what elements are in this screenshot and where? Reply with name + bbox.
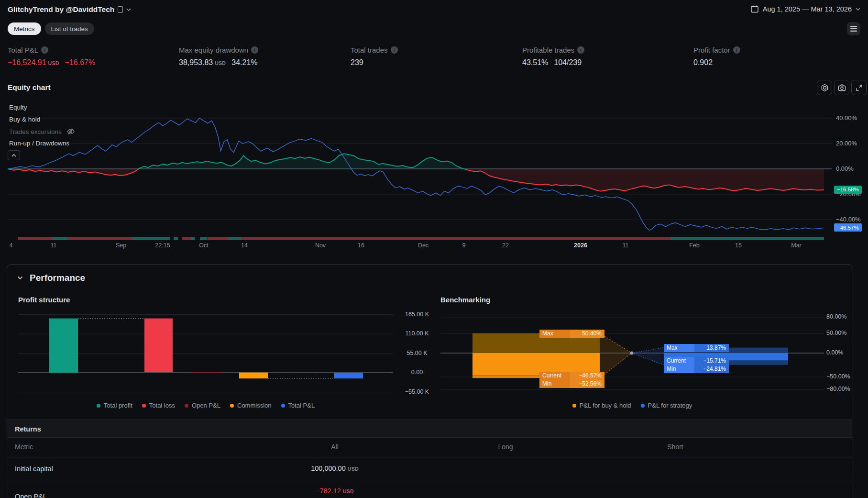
equity-chart-toolbar [817,80,867,95]
y-tick-label: 80.00% [826,313,860,320]
benchmark-badge-bh-current: Current−46.57% [539,372,604,380]
strategy-title-text: GlitchyTrend by @DaviddTech [8,5,114,14]
benchmarking-plot[interactable] [440,310,824,401]
trade-strip-segment [228,237,241,240]
profit-structure-title: Profit structure [18,296,70,304]
metric-total-pnl: Total P&Li −16,524.91USD−16.67% [8,46,170,67]
legend-dot [185,404,188,408]
profit-structure-plot[interactable] [18,310,396,401]
date-range-text: Aug 1, 2025 — Mar 13, 2026 [763,5,852,13]
info-icon[interactable]: i [391,46,398,54]
info-icon[interactable]: i [41,46,48,54]
column-header-short: Short [647,443,704,451]
y-tick-label: 0.00% [836,165,854,172]
benchmark-badge-bh-min: Min−52.56% [539,380,604,388]
legend-dot [97,404,100,408]
trade-strip-segment [182,237,191,240]
legend-dot [230,404,234,408]
y-tick-label: 165.00 K [398,311,436,318]
info-icon[interactable]: i [251,46,258,54]
row-all-value: −782.12 USD [282,487,387,495]
divider [7,437,852,438]
legend-item[interactable]: Total loss [142,402,175,409]
info-icon[interactable]: i [577,46,584,54]
calendar-icon [750,5,759,13]
row-metric-label: Open P&L [15,493,47,498]
row-all-value: 100,000.00 USD [282,465,387,472]
x-tick-label: 15 [725,242,752,249]
trade-strip-segment [53,237,67,240]
benchmarking-title: Benchmarking [440,296,490,304]
trade-strip-segment [670,237,824,240]
y-tick-label: 0.00 [398,369,436,376]
fullscreen-button[interactable] [851,80,867,95]
legend-dot [572,404,576,408]
benchmark-badge-strat-current: Current−15.71% [664,357,729,365]
x-tick-label: 16 [348,242,374,249]
divider [7,457,852,457]
y-tick-label: 0.00% [826,349,860,356]
legend-item[interactable]: Open P&L [185,402,220,409]
benchmark-badge-bh-max: Max50.40% [539,330,604,338]
legend-dot [641,404,645,408]
divider [7,481,852,481]
y-tick-label: 50.00% [826,330,860,336]
strategy-title[interactable]: GlitchyTrend by @DaviddTech [8,5,131,14]
y-tick-label: 40.00% [836,114,857,122]
legend-dot [142,404,146,408]
y-tick-label: −40.00% [836,216,861,223]
column-header-all: All [306,443,363,451]
chevron-up-icon [11,154,16,157]
strategy-flag-icon [118,6,123,13]
y-tick-label: −50.00% [826,373,860,380]
layout-menu-button[interactable] [847,22,860,35]
x-tick-label: Oct [190,242,217,249]
list-icon [850,25,857,32]
legend-collapse-button[interactable] [8,150,20,160]
camera-icon [838,84,846,92]
x-tick-label: Feb [681,242,708,249]
gear-icon [821,84,829,92]
legend-trades-excursions[interactable]: Trades excursions [8,127,77,136]
x-tick-label: 9 [450,242,477,249]
legend-item[interactable]: Total profit [97,402,132,409]
benchmark-badge-strat-min: Min−24.81% [664,365,729,373]
metric-total-trades: Total tradesi 239 [351,46,513,67]
column-header-long: Long [477,443,534,451]
chevron-down-icon [856,8,860,11]
tab-metrics[interactable]: Metrics [8,22,41,35]
legend-equity[interactable]: Equity [8,103,29,111]
tab-list-of-trades[interactable]: List of trades [45,22,94,35]
x-tick-label: 11 [612,242,639,249]
performance-section-header[interactable]: Performance [17,273,85,283]
trade-strip-segment [191,237,195,240]
legend-item[interactable]: Commission [230,402,272,409]
snapshot-button[interactable] [834,80,849,95]
y-tick-label: −80.00% [826,386,860,392]
metric-profitable-trades: Profitable tradesi 43.51%104/239 [522,46,685,67]
date-range-picker[interactable]: Aug 1, 2025 — Mar 13, 2026 [750,5,860,13]
y-tick-label: 55.00 K [398,350,436,356]
x-tick-label: 2026 [567,242,594,249]
legend-runup-drawdowns[interactable]: Run-up / Drawdowns [8,139,71,147]
chevron-down-icon [126,8,131,11]
chart-settings-button[interactable] [817,80,832,95]
trade-strip-segment [67,237,133,240]
trade-strip-segment [18,237,53,240]
eye-off-icon [66,128,75,135]
legend-item[interactable]: Total P&L [281,402,315,409]
chevron-down-icon [17,276,23,280]
x-tick-label: 14 [231,242,258,249]
legend-item[interactable]: P&L for strategy [641,402,692,409]
info-icon[interactable]: i [733,46,740,54]
trade-strip-segment [200,237,208,240]
returns-section-header: Returns [7,420,852,438]
x-tick-label: Dec [410,242,437,249]
x-tick-label: 11 [40,242,67,249]
legend-buy-and-hold[interactable]: Buy & hold [8,115,42,123]
column-header-metric: Metric [15,443,33,451]
price-badge: −16.58% [834,186,862,194]
equity-chart-plot[interactable] [8,98,832,239]
legend-item[interactable]: P&L for buy & hold [572,402,631,409]
y-tick-label: −55.00 K [398,388,436,395]
